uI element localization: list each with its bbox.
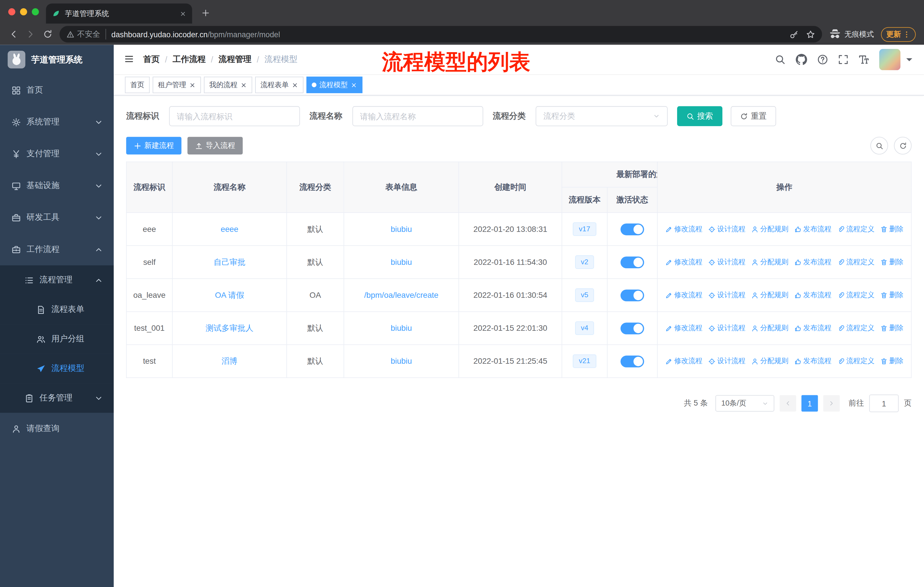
process-name-link[interactable]: 测试多审批人 <box>206 323 254 332</box>
form-info-link[interactable]: /bpm/oa/leave/create <box>364 291 438 299</box>
sidebar-item-home[interactable]: 首页 <box>0 74 114 106</box>
sidebar-item-workflow[interactable]: 工作流程 <box>0 233 114 265</box>
form-info-link[interactable]: biubiu <box>391 324 412 333</box>
process-name-link[interactable]: 滔博 <box>222 357 238 365</box>
close-window-button[interactable] <box>8 8 15 15</box>
reload-button[interactable] <box>42 29 53 39</box>
form-info-link[interactable]: biubiu <box>391 258 412 266</box>
tab-tenant[interactable]: 租户管理 <box>153 76 201 93</box>
tab-my-process[interactable]: 我的流程 <box>204 76 252 93</box>
close-icon[interactable] <box>292 82 298 88</box>
action-delete-link[interactable]: 删除 <box>881 290 903 300</box>
import-process-button[interactable]: 导入流程 <box>187 137 243 154</box>
action-edit-link[interactable]: 修改流程 <box>665 323 703 333</box>
action-assign-link[interactable]: 分配规则 <box>751 257 789 267</box>
new-tab-button[interactable] <box>198 5 213 21</box>
create-process-button[interactable]: 新建流程 <box>126 137 181 154</box>
tab-process-form[interactable]: 流程表单 <box>255 76 304 93</box>
back-button[interactable] <box>8 29 18 39</box>
action-publish-link[interactable]: 发布流程 <box>794 356 832 366</box>
process-key-input[interactable] <box>169 106 300 126</box>
tab-home[interactable]: 首页 <box>125 76 150 93</box>
refresh-table-button[interactable] <box>894 137 912 154</box>
action-assign-link[interactable]: 分配规则 <box>751 323 789 333</box>
next-page-button[interactable] <box>823 395 840 412</box>
process-name-link[interactable]: OA 请假 <box>215 290 244 299</box>
process-name-input[interactable] <box>352 106 483 126</box>
sidebar-item-user-group[interactable]: 用户分组 <box>0 324 114 354</box>
sidebar-item-dev-tools[interactable]: 研发工具 <box>0 202 114 233</box>
action-definition-link[interactable]: 流程定义 <box>838 257 875 267</box>
security-chip[interactable]: 不安全 <box>66 29 106 40</box>
close-icon[interactable] <box>189 82 196 88</box>
action-design-link[interactable]: 设计流程 <box>708 356 746 366</box>
action-definition-link[interactable]: 流程定义 <box>838 356 875 366</box>
sidebar-item-process-form[interactable]: 流程表单 <box>0 295 114 324</box>
tab-close-icon[interactable] <box>180 10 186 17</box>
goto-page-input[interactable] <box>869 394 899 412</box>
zoom-window-button[interactable] <box>32 8 39 15</box>
sidebar-toggle-button[interactable] <box>123 54 134 65</box>
github-icon[interactable] <box>795 54 807 65</box>
page-size-select[interactable]: 10条/页 <box>716 395 774 412</box>
action-edit-link[interactable]: 修改流程 <box>665 356 703 366</box>
user-menu[interactable] <box>879 49 914 70</box>
action-edit-link[interactable]: 修改流程 <box>665 257 703 267</box>
active-toggle[interactable] <box>620 223 644 235</box>
address-bar[interactable]: 不安全 dashboard.yudao.iocoder.cn/bpm/manag… <box>59 26 822 43</box>
sidebar-item-infrastructure[interactable]: 基础设施 <box>0 170 114 202</box>
fullscreen-icon[interactable] <box>838 54 849 65</box>
action-publish-link[interactable]: 发布流程 <box>794 224 832 234</box>
action-delete-link[interactable]: 删除 <box>881 257 903 267</box>
browser-tab[interactable]: 芋道管理系统 <box>46 3 192 23</box>
tab-process-model[interactable]: 流程模型 <box>307 76 362 93</box>
action-delete-link[interactable]: 删除 <box>881 224 903 234</box>
action-design-link[interactable]: 设计流程 <box>708 257 746 267</box>
action-design-link[interactable]: 设计流程 <box>708 290 746 300</box>
browser-update-button[interactable]: 更新 <box>881 27 916 41</box>
active-toggle[interactable] <box>620 289 644 301</box>
sidebar-item-task-management[interactable]: 任务管理 <box>0 383 114 413</box>
reset-button[interactable]: 重置 <box>731 106 776 126</box>
close-icon[interactable] <box>240 82 247 88</box>
bookmark-star-icon[interactable] <box>806 30 815 39</box>
sidebar-item-payment[interactable]: 支付管理 <box>0 138 114 170</box>
action-definition-link[interactable]: 流程定义 <box>838 224 875 234</box>
action-delete-link[interactable]: 删除 <box>881 323 903 333</box>
action-publish-link[interactable]: 发布流程 <box>794 323 832 333</box>
search-icon[interactable] <box>775 54 785 65</box>
toggle-search-button[interactable] <box>870 137 888 154</box>
close-icon[interactable] <box>351 82 357 88</box>
category-select[interactable]: 流程分类 <box>536 106 668 126</box>
active-toggle[interactable] <box>620 356 644 367</box>
action-delete-link[interactable]: 删除 <box>881 356 903 366</box>
prev-page-button[interactable] <box>780 395 796 412</box>
sidebar-item-leave-query[interactable]: 请假查询 <box>0 413 114 445</box>
active-toggle[interactable] <box>620 322 644 334</box>
page-number-button[interactable]: 1 <box>802 395 818 412</box>
action-assign-link[interactable]: 分配规则 <box>751 356 789 366</box>
breadcrumb-item[interactable]: 流程管理 <box>219 54 251 65</box>
action-publish-link[interactable]: 发布流程 <box>794 290 832 300</box>
font-size-icon[interactable] <box>859 54 869 65</box>
sidebar-logo[interactable]: 芋道管理系统 <box>0 45 114 74</box>
breadcrumb-item[interactable]: 首页 <box>143 54 160 65</box>
form-info-link[interactable]: biubiu <box>391 357 412 366</box>
action-publish-link[interactable]: 发布流程 <box>794 257 832 267</box>
action-definition-link[interactable]: 流程定义 <box>838 290 875 300</box>
minimize-window-button[interactable] <box>20 8 27 15</box>
action-edit-link[interactable]: 修改流程 <box>665 290 703 300</box>
form-info-link[interactable]: biubiu <box>391 225 412 233</box>
process-name-link[interactable]: 自己审批 <box>214 257 246 266</box>
action-definition-link[interactable]: 流程定义 <box>838 323 875 333</box>
breadcrumb-item[interactable]: 工作流程 <box>173 54 206 65</box>
password-key-icon[interactable] <box>790 30 799 39</box>
action-design-link[interactable]: 设计流程 <box>708 323 746 333</box>
sidebar-item-process-model[interactable]: 流程模型 <box>0 354 114 383</box>
help-icon[interactable] <box>817 54 828 65</box>
action-assign-link[interactable]: 分配规则 <box>751 224 789 234</box>
action-assign-link[interactable]: 分配规则 <box>751 290 789 300</box>
process-name-link[interactable]: eeee <box>221 225 238 233</box>
action-edit-link[interactable]: 修改流程 <box>665 224 703 234</box>
sidebar-item-process-management[interactable]: 流程管理 <box>0 265 114 295</box>
